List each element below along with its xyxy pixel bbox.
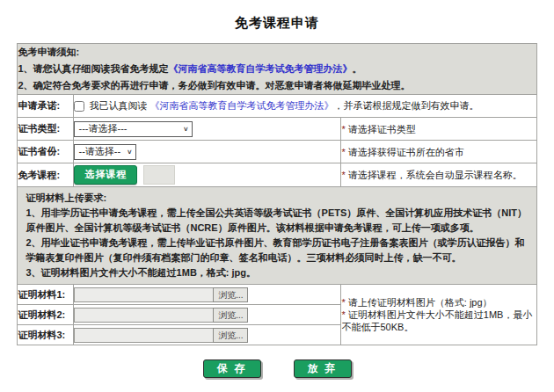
cert-province-hint-cell: *请选择获得证书所在的省市 [341,141,536,163]
browse-button[interactable]: 浏览... [213,328,248,343]
cert-type-hint-cell: *请选择证书类型 [341,118,536,141]
chevron-down-icon: ∨ [183,126,189,133]
browse-button[interactable]: 浏览... [213,308,248,323]
page-title: 免考课程申请 [0,0,554,32]
material-2-file-input[interactable]: 浏览... [74,308,248,323]
notice-section-row: 免考申请须知: 1、请您认真仔细阅读我省免考规定《河南省高等教育自学考试免考管理… [18,44,536,95]
cert-province-hint: 请选择获得证书所在的省市 [348,147,464,157]
upload-requirements-line-3: 3、证明材料图片文件大小不能超过1MB，格式: jpg。 [26,265,528,280]
material-1-row: 证明材料1: 浏览... *请上传证明材料图片（格式: jpg） *证明材料图片… [18,285,536,305]
commitment-checkbox-group: 我已认真阅读 《河南省高等教育自学考试免考管理办法》，并承诺根据规定做到有效申请… [74,99,536,113]
file-path-field[interactable] [75,309,214,322]
commitment-text-prefix: 我已认真阅读 [89,100,149,111]
upload-requirements-heading: 证明材料上传要求: [26,191,528,206]
browse-button[interactable]: 浏览... [213,287,248,302]
materials-hint-1: 请上传证明材料图片（格式: jpg） [348,297,492,308]
material-3-label: 证明材料3: [18,325,74,345]
material-3-file-input[interactable]: 浏览... [74,328,248,343]
form-actions: 保 存 放 弃 [18,359,536,378]
application-form-table: 免考申请须知: 1、请您认真仔细阅读我省免考规定《河南省高等教育自学考试免考管理… [17,43,536,345]
required-star: * [341,297,345,308]
commitment-checkbox[interactable] [74,101,84,112]
upload-requirements-notice: 证明材料上传要求: 1、用非学历证书申请免考课程，需上传全国公共英语等级考试证书… [18,187,536,285]
material-2-label: 证明材料2: [18,305,74,325]
upload-requirements-line-1: 1、用非学历证书申请免考课程，需上传全国公共英语等级考试证书（PETS）原件、全… [26,206,528,236]
commitment-regulation-link[interactable]: 《河南省高等教育自学考试免考管理办法》 [150,100,334,111]
application-notice: 免考申请须知: 1、请您认真仔细阅读我省免考规定《河南省高等教育自学考试免考管理… [18,44,536,95]
notice-heading: 免考申请须知: [18,44,536,61]
materials-hint-line-1: *请上传证明材料图片（格式: jpg） [341,296,536,309]
course-hint-cell: *请选择课程，系统会自动显示课程名称。 [341,163,536,187]
notice-line-2: 2、确定符合免考要求的再进行申请，务必做到有效申请。对恶意申请者将做延期毕业处理… [18,77,536,94]
materials-hint-line-2: *证明材料图片文件大小不能超过1MB，最小不能低于50KB。 [341,309,536,333]
notice-line-1: 1、请您认真仔细阅读我省免考规定《河南省高等教育自学考试免考管理办法》。 [18,61,536,77]
course-row: 免考课程: 选择课程 *请选择课程，系统会自动显示课程名称。 [18,163,536,187]
commitment-row: 申请承诺: 我已认真阅读 《河南省高等教育自学考试免考管理办法》，并承诺根据规定… [18,95,536,118]
notice-line1-text: 1、请您认真仔细阅读我省免考规定 [18,63,168,74]
course-label: 免考课程: [18,163,74,187]
cert-type-hint: 请选择证书类型 [348,124,416,134]
commitment-text-suffix: ，并承诺根据规定做到有效申请。 [334,100,479,111]
course-hint: 请选择课程，系统会自动显示课程名称。 [348,170,522,180]
discard-button[interactable]: 放 弃 [294,359,352,378]
save-button[interactable]: 保 存 [203,359,261,378]
upload-requirements-line-2: 2、用毕业证书申请免考课程，需上传毕业证书原件图片、教育部学历证书电子注册备案表… [26,236,528,265]
cert-type-select[interactable]: ---请选择--- ∨ [74,121,193,137]
cert-province-select[interactable]: --请选择-- ∨ [74,144,136,160]
cert-type-row: 证书类型: ---请选择--- ∨ *请选择证书类型 [18,118,536,141]
notice-line1-suffix: 。 [353,63,362,74]
required-star: * [341,147,345,157]
required-star: * [341,309,345,320]
exemption-application-page: 免考课程申请 免考申请须知: 1、请您认真仔细阅读我省免考规定《河南省高等教育自… [0,0,554,378]
regulation-link[interactable]: 《河南省高等教育自学考试免考管理办法》 [169,63,353,74]
cert-province-row: 证书省份: --请选择-- ∨ *请选择获得证书所在的省市 [18,141,536,163]
commitment-label: 申请承诺: [18,95,74,118]
cert-province-label: 证书省份: [18,141,74,163]
material-1-file-input[interactable]: 浏览... [74,287,248,302]
cert-province-select-value: --请选择-- [78,145,120,158]
file-path-field[interactable] [75,288,214,301]
select-course-button[interactable]: 选择课程 [74,165,137,185]
materials-hint-2: 证明材料图片文件大小不能超过1MB，最小不能低于50KB。 [341,309,532,332]
chevron-down-icon: ∨ [127,149,133,156]
cert-type-select-value: ---请选择--- [78,122,127,135]
upload-requirements-row: 证明材料上传要求: 1、用非学历证书申请免考课程，需上传全国公共英语等级考试证书… [18,187,536,285]
file-path-field[interactable] [75,329,214,342]
course-name-box [143,165,175,185]
commitment-text: 我已认真阅读 《河南省高等教育自学考试免考管理办法》，并承诺根据规定做到有效申请… [89,99,478,113]
required-star: * [341,124,345,134]
materials-hint-cell: *请上传证明材料图片（格式: jpg） *证明材料图片文件大小不能超过1MB，最… [341,285,536,345]
material-1-label: 证明材料1: [18,285,74,305]
cert-type-label: 证书类型: [18,118,74,141]
required-star: * [341,170,345,180]
